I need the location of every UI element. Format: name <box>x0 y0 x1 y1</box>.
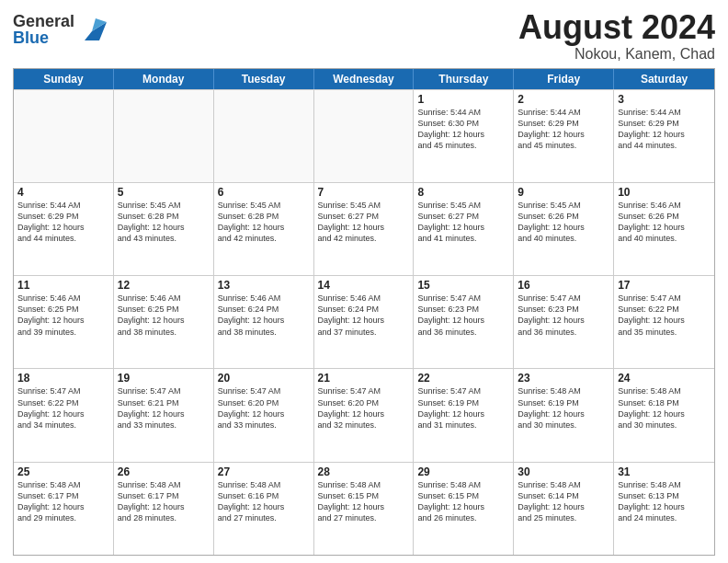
week-row-2: 4Sunrise: 5:44 AM Sunset: 6:29 PM Daylig… <box>14 182 714 275</box>
day-cell-30: 30Sunrise: 5:48 AM Sunset: 6:14 PM Dayli… <box>514 463 614 555</box>
day-cell-29: 29Sunrise: 5:48 AM Sunset: 6:15 PM Dayli… <box>414 463 514 555</box>
day-number: 16 <box>518 279 609 292</box>
day-info: Sunrise: 5:45 AM Sunset: 6:28 PM Dayligh… <box>218 200 310 245</box>
day-info: Sunrise: 5:46 AM Sunset: 6:24 PM Dayligh… <box>218 293 310 338</box>
day-cell-4: 4Sunrise: 5:44 AM Sunset: 6:29 PM Daylig… <box>14 183 114 275</box>
day-number: 27 <box>218 465 310 478</box>
day-info: Sunrise: 5:48 AM Sunset: 6:15 PM Dayligh… <box>318 479 410 524</box>
day-info: Sunrise: 5:48 AM Sunset: 6:14 PM Dayligh… <box>518 479 609 524</box>
day-info: Sunrise: 5:45 AM Sunset: 6:27 PM Dayligh… <box>417 200 509 245</box>
day-cell-16: 16Sunrise: 5:47 AM Sunset: 6:23 PM Dayli… <box>514 276 614 368</box>
day-number: 8 <box>417 186 509 199</box>
day-cell-22: 22Sunrise: 5:47 AM Sunset: 6:19 PM Dayli… <box>414 369 514 461</box>
day-cell-6: 6Sunrise: 5:45 AM Sunset: 6:28 PM Daylig… <box>214 183 314 275</box>
header-day-wednesday: Wednesday <box>314 69 415 89</box>
empty-cell <box>214 90 314 182</box>
header-day-tuesday: Tuesday <box>214 69 314 89</box>
day-info: Sunrise: 5:47 AM Sunset: 6:21 PM Dayligh… <box>118 385 210 431</box>
page: General Blue August 2024 Nokou, Kanem, C… <box>0 0 728 563</box>
day-number: 17 <box>618 279 711 292</box>
day-info: Sunrise: 5:47 AM Sunset: 6:20 PM Dayligh… <box>318 385 410 431</box>
day-info: Sunrise: 5:47 AM Sunset: 6:23 PM Dayligh… <box>518 293 609 338</box>
day-info: Sunrise: 5:44 AM Sunset: 6:29 PM Dayligh… <box>17 200 109 245</box>
day-number: 25 <box>17 465 109 478</box>
day-cell-21: 21Sunrise: 5:47 AM Sunset: 6:20 PM Dayli… <box>314 369 415 461</box>
day-number: 31 <box>618 465 711 478</box>
day-cell-9: 9Sunrise: 5:45 AM Sunset: 6:26 PM Daylig… <box>514 183 614 275</box>
day-cell-5: 5Sunrise: 5:45 AM Sunset: 6:28 PM Daylig… <box>114 183 214 275</box>
day-cell-26: 26Sunrise: 5:48 AM Sunset: 6:17 PM Dayli… <box>114 463 214 555</box>
calendar-body: 1Sunrise: 5:44 AM Sunset: 6:30 PM Daylig… <box>14 89 714 555</box>
calendar: SundayMondayTuesdayWednesdayThursdayFrid… <box>13 68 715 556</box>
day-cell-11: 11Sunrise: 5:46 AM Sunset: 6:25 PM Dayli… <box>14 276 114 368</box>
day-number: 11 <box>17 279 109 292</box>
calendar-header-row: SundayMondayTuesdayWednesdayThursdayFrid… <box>14 69 714 89</box>
header-day-thursday: Thursday <box>414 69 514 89</box>
day-cell-18: 18Sunrise: 5:47 AM Sunset: 6:22 PM Dayli… <box>14 369 114 461</box>
empty-cell <box>114 90 214 182</box>
day-number: 15 <box>417 279 509 292</box>
day-number: 6 <box>218 186 310 199</box>
day-number: 23 <box>518 372 609 385</box>
day-number: 28 <box>318 465 410 478</box>
day-info: Sunrise: 5:48 AM Sunset: 6:17 PM Dayligh… <box>17 479 109 524</box>
day-cell-8: 8Sunrise: 5:45 AM Sunset: 6:27 PM Daylig… <box>414 183 514 275</box>
day-cell-17: 17Sunrise: 5:47 AM Sunset: 6:22 PM Dayli… <box>614 276 714 368</box>
day-info: Sunrise: 5:48 AM Sunset: 6:17 PM Dayligh… <box>118 479 210 524</box>
logo-text: General Blue <box>13 13 74 46</box>
week-row-4: 18Sunrise: 5:47 AM Sunset: 6:22 PM Dayli… <box>14 368 714 461</box>
week-row-5: 25Sunrise: 5:48 AM Sunset: 6:17 PM Dayli… <box>14 462 714 555</box>
day-cell-7: 7Sunrise: 5:45 AM Sunset: 6:27 PM Daylig… <box>314 183 415 275</box>
logo: General Blue <box>13 13 107 46</box>
title-block: August 2024 Nokou, Kanem, Chad <box>518 9 715 63</box>
day-number: 12 <box>118 279 210 292</box>
day-cell-12: 12Sunrise: 5:46 AM Sunset: 6:25 PM Dayli… <box>114 276 214 368</box>
day-number: 22 <box>417 372 509 385</box>
day-info: Sunrise: 5:48 AM Sunset: 6:16 PM Dayligh… <box>218 479 310 524</box>
logo-general: General <box>13 13 74 29</box>
day-number: 30 <box>518 465 609 478</box>
day-info: Sunrise: 5:46 AM Sunset: 6:24 PM Dayligh… <box>318 293 410 338</box>
header: General Blue August 2024 Nokou, Kanem, C… <box>13 9 715 63</box>
logo-icon <box>77 15 107 44</box>
day-info: Sunrise: 5:46 AM Sunset: 6:25 PM Dayligh… <box>17 293 109 338</box>
day-cell-10: 10Sunrise: 5:46 AM Sunset: 6:26 PM Dayli… <box>614 183 714 275</box>
day-info: Sunrise: 5:46 AM Sunset: 6:25 PM Dayligh… <box>118 293 210 338</box>
day-cell-13: 13Sunrise: 5:46 AM Sunset: 6:24 PM Dayli… <box>214 276 314 368</box>
day-number: 19 <box>118 372 210 385</box>
day-cell-2: 2Sunrise: 5:44 AM Sunset: 6:29 PM Daylig… <box>514 90 614 182</box>
week-row-1: 1Sunrise: 5:44 AM Sunset: 6:30 PM Daylig… <box>14 89 714 182</box>
day-cell-27: 27Sunrise: 5:48 AM Sunset: 6:16 PM Dayli… <box>214 463 314 555</box>
day-cell-1: 1Sunrise: 5:44 AM Sunset: 6:30 PM Daylig… <box>414 90 514 182</box>
day-number: 4 <box>17 186 109 199</box>
day-cell-15: 15Sunrise: 5:47 AM Sunset: 6:23 PM Dayli… <box>414 276 514 368</box>
day-number: 9 <box>518 186 609 199</box>
day-number: 13 <box>218 279 310 292</box>
day-info: Sunrise: 5:48 AM Sunset: 6:13 PM Dayligh… <box>618 479 711 524</box>
day-number: 26 <box>118 465 210 478</box>
day-number: 20 <box>218 372 310 385</box>
day-info: Sunrise: 5:44 AM Sunset: 6:30 PM Dayligh… <box>417 107 509 152</box>
day-info: Sunrise: 5:45 AM Sunset: 6:26 PM Dayligh… <box>518 200 609 245</box>
day-info: Sunrise: 5:48 AM Sunset: 6:19 PM Dayligh… <box>518 385 609 431</box>
week-row-3: 11Sunrise: 5:46 AM Sunset: 6:25 PM Dayli… <box>14 275 714 368</box>
day-cell-23: 23Sunrise: 5:48 AM Sunset: 6:19 PM Dayli… <box>514 369 614 461</box>
day-number: 3 <box>618 93 711 106</box>
day-info: Sunrise: 5:45 AM Sunset: 6:27 PM Dayligh… <box>318 200 410 245</box>
day-number: 7 <box>318 186 410 199</box>
day-info: Sunrise: 5:47 AM Sunset: 6:22 PM Dayligh… <box>618 293 711 338</box>
day-info: Sunrise: 5:46 AM Sunset: 6:26 PM Dayligh… <box>618 200 711 245</box>
day-info: Sunrise: 5:44 AM Sunset: 6:29 PM Dayligh… <box>618 107 711 152</box>
day-cell-3: 3Sunrise: 5:44 AM Sunset: 6:29 PM Daylig… <box>614 90 714 182</box>
day-number: 18 <box>17 372 109 385</box>
empty-cell <box>14 90 114 182</box>
day-info: Sunrise: 5:47 AM Sunset: 6:22 PM Dayligh… <box>17 385 109 431</box>
month-title: August 2024 <box>518 9 715 46</box>
day-info: Sunrise: 5:48 AM Sunset: 6:18 PM Dayligh… <box>618 385 711 431</box>
day-cell-14: 14Sunrise: 5:46 AM Sunset: 6:24 PM Dayli… <box>314 276 415 368</box>
empty-cell <box>314 90 415 182</box>
day-info: Sunrise: 5:45 AM Sunset: 6:28 PM Dayligh… <box>118 200 210 245</box>
header-day-sunday: Sunday <box>14 69 114 89</box>
day-cell-31: 31Sunrise: 5:48 AM Sunset: 6:13 PM Dayli… <box>614 463 714 555</box>
day-cell-20: 20Sunrise: 5:47 AM Sunset: 6:20 PM Dayli… <box>214 369 314 461</box>
